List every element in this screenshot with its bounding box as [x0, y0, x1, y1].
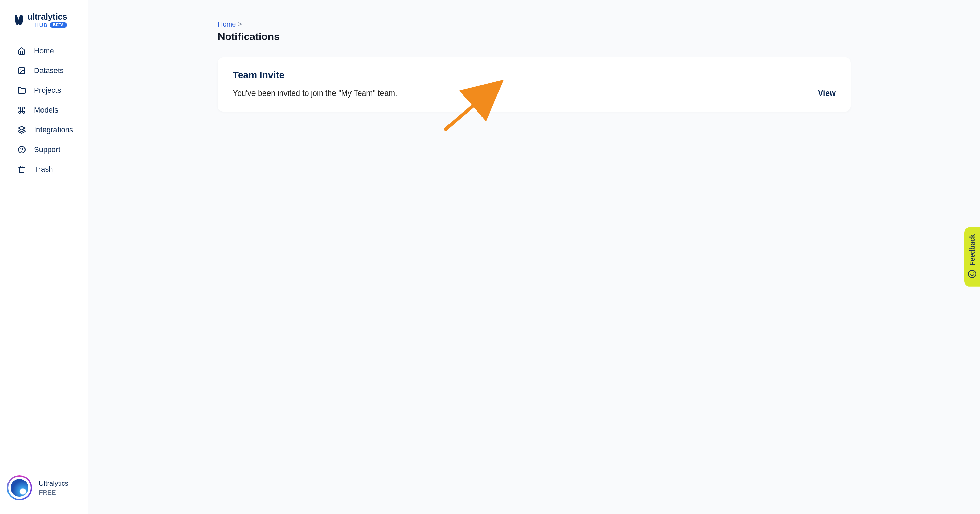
- help-icon: [18, 146, 26, 154]
- notification-message: You've been invited to join the "My Team…: [233, 89, 398, 98]
- notification-card: Team Invite You've been invited to join …: [218, 57, 851, 111]
- logo[interactable]: ultralytics HUB BETA: [0, 0, 88, 34]
- sidebar-item-label: Trash: [34, 165, 53, 174]
- sidebar-item-label: Models: [34, 106, 58, 114]
- feedback-label: Feedback: [969, 234, 976, 265]
- sidebar-item-label: Datasets: [34, 66, 64, 75]
- command-icon: [18, 106, 26, 114]
- logo-text: ultralytics HUB BETA: [27, 12, 67, 27]
- user-name: Ultralytics: [39, 480, 68, 487]
- feedback-button[interactable]: Feedback: [964, 227, 980, 287]
- brand-sub: HUB: [35, 23, 48, 27]
- layers-icon: [18, 126, 26, 134]
- nav-list: Home Datasets Projects Models Integratio…: [0, 34, 88, 179]
- svg-marker-2: [18, 127, 25, 130]
- sidebar-item-models[interactable]: Models: [0, 100, 88, 120]
- folder-icon: [18, 86, 26, 95]
- sidebar: ultralytics HUB BETA Home Datasets Proje…: [0, 0, 89, 514]
- sidebar-item-integrations[interactable]: Integrations: [0, 120, 88, 140]
- breadcrumb-home-link[interactable]: Home: [218, 21, 236, 28]
- breadcrumb: Home >: [218, 21, 851, 28]
- notification-title: Team Invite: [233, 70, 836, 81]
- view-button[interactable]: View: [818, 89, 836, 98]
- avatar: [7, 475, 32, 500]
- main-content: Home > Notifications Team Invite You've …: [89, 0, 980, 514]
- logo-mark-icon: [15, 14, 24, 25]
- home-icon: [18, 47, 26, 55]
- brand-name: ultralytics: [27, 12, 67, 21]
- sidebar-item-label: Support: [34, 145, 60, 154]
- user-plan: FREE: [39, 489, 68, 497]
- svg-point-1: [20, 69, 21, 70]
- trash-icon: [18, 165, 26, 173]
- svg-point-6: [969, 270, 976, 278]
- user-profile[interactable]: Ultralytics FREE: [0, 465, 88, 514]
- sidebar-item-projects[interactable]: Projects: [0, 81, 88, 100]
- sidebar-item-label: Projects: [34, 86, 61, 95]
- sidebar-item-trash[interactable]: Trash: [0, 159, 88, 179]
- page-title: Notifications: [218, 31, 851, 43]
- brand-badge: BETA: [50, 22, 67, 27]
- breadcrumb-separator: >: [238, 21, 242, 28]
- sidebar-item-support[interactable]: Support: [0, 140, 88, 159]
- sidebar-item-home[interactable]: Home: [0, 41, 88, 61]
- sidebar-item-label: Integrations: [34, 125, 73, 134]
- sidebar-item-label: Home: [34, 47, 54, 56]
- image-icon: [18, 67, 26, 75]
- sidebar-item-datasets[interactable]: Datasets: [0, 61, 88, 81]
- smiley-icon: [968, 270, 977, 280]
